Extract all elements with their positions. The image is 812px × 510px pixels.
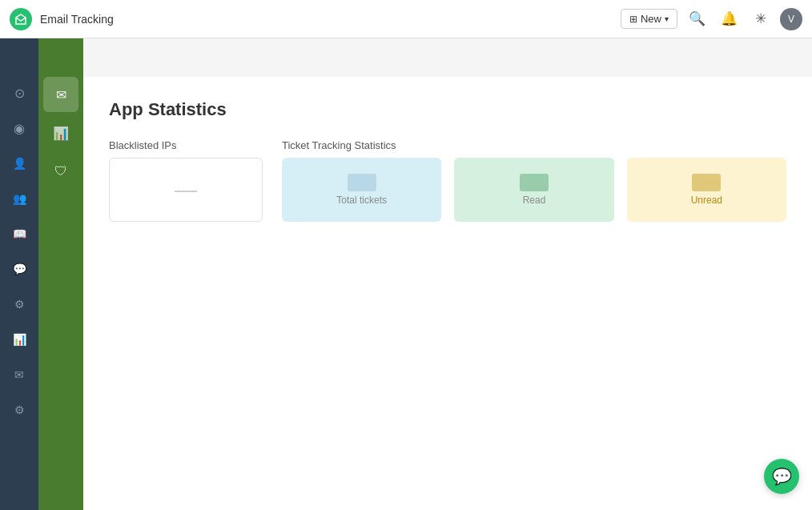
green-shield-icon: 🛡 bbox=[54, 164, 67, 179]
topbar-actions: ⊞ New ▾ 🔍 🔔 ✳ V bbox=[621, 6, 802, 32]
sidebar-item-book[interactable]: 📖 bbox=[3, 218, 35, 250]
stats-row: Blacklisted IPs — Ticket Tracking Statis… bbox=[109, 139, 786, 222]
new-button[interactable]: ⊞ New ▾ bbox=[621, 9, 677, 29]
sidebar-item-contacts[interactable]: ◉ bbox=[3, 112, 35, 144]
sidebar-item-reports[interactable]: 📊 bbox=[3, 323, 35, 355]
sidebar-item-settings[interactable]: ⚙ bbox=[3, 394, 35, 426]
contacts-icon: ◉ bbox=[14, 121, 25, 136]
blacklisted-label: Blacklisted IPs bbox=[109, 139, 263, 151]
main-content: App Statistics Blacklisted IPs — Ticket … bbox=[83, 77, 812, 510]
apps-grid-button[interactable]: ⠿ bbox=[3, 507, 35, 510]
ticket-section: Ticket Tracking Statistics Total tickets… bbox=[282, 139, 786, 222]
green-stats-tab[interactable]: 📊 bbox=[43, 115, 78, 151]
total-tickets-card: Total tickets bbox=[282, 158, 441, 222]
sidebar-item-person[interactable]: 👤 bbox=[3, 147, 35, 179]
search-button[interactable]: 🔍 bbox=[684, 6, 709, 32]
app-logo bbox=[10, 8, 32, 30]
chat-button-icon: 💬 bbox=[772, 467, 792, 486]
sidebar-bottom: ⠿ bbox=[3, 507, 35, 510]
email-sidebar-icon: ✉ bbox=[14, 368, 24, 381]
reports-icon: 📊 bbox=[13, 333, 26, 346]
chat-icon: 💬 bbox=[13, 263, 26, 275]
sidebar-item-integrations[interactable]: ⚙ bbox=[3, 288, 35, 320]
unread-tickets-label: Unread bbox=[691, 195, 722, 206]
integrations-button[interactable]: ✳ bbox=[748, 6, 774, 32]
unread-tickets-value bbox=[692, 174, 721, 191]
blacklisted-value: — bbox=[175, 177, 197, 203]
total-tickets-value bbox=[348, 174, 376, 191]
blacklisted-card: — bbox=[109, 158, 263, 222]
green-email-tab[interactable]: ✉ bbox=[43, 77, 78, 112]
sidebar-item-chat[interactable]: 💬 bbox=[3, 253, 35, 285]
notifications-button[interactable]: 🔔 bbox=[716, 6, 742, 32]
ticket-cards: Total tickets Read Unread bbox=[282, 158, 786, 222]
page-title: App Statistics bbox=[109, 99, 786, 120]
read-tickets-card: Read bbox=[454, 158, 613, 222]
green-stats-icon: 📊 bbox=[53, 126, 69, 141]
total-tickets-label: Total tickets bbox=[336, 195, 387, 206]
app-title: Email Tracking bbox=[40, 13, 114, 26]
read-tickets-value bbox=[520, 174, 549, 191]
sidebar-item-home[interactable]: ⊙ bbox=[3, 77, 35, 109]
person-icon: 👤 bbox=[13, 157, 26, 170]
user-avatar[interactable]: V bbox=[780, 8, 802, 30]
green-shield-tab[interactable]: 🛡 bbox=[43, 154, 78, 189]
sidebar-item-email[interactable]: ✉ bbox=[3, 359, 35, 391]
new-button-label: New bbox=[641, 13, 661, 25]
ticket-section-label: Ticket Tracking Statistics bbox=[282, 139, 786, 151]
sidebar-dark: ⊙ ◉ 👤 👥 📖 💬 ⚙ 📊 ✉ ⚙ ⠿ bbox=[0, 38, 38, 510]
book-icon: 📖 bbox=[13, 227, 26, 240]
read-tickets-label: Read bbox=[523, 195, 546, 206]
green-email-icon: ✉ bbox=[56, 87, 66, 102]
blacklisted-section: Blacklisted IPs — bbox=[109, 139, 263, 222]
new-button-icon: ⊞ bbox=[629, 14, 637, 25]
sidebar-green: ✉ 📊 🛡 bbox=[38, 38, 83, 510]
sidebar-item-people[interactable]: 👥 bbox=[3, 183, 35, 215]
new-dropdown-icon: ▾ bbox=[665, 14, 669, 23]
settings-icon: ⚙ bbox=[14, 404, 25, 416]
avatar-label: V bbox=[788, 14, 794, 25]
integrations-icon: ⚙ bbox=[14, 298, 25, 311]
home-icon: ⊙ bbox=[14, 86, 25, 101]
unread-tickets-card: Unread bbox=[627, 158, 786, 222]
topbar: Email Tracking ⊞ New ▾ 🔍 🔔 ✳ V bbox=[0, 0, 812, 38]
chat-button[interactable]: 💬 bbox=[764, 459, 799, 494]
people-icon: 👥 bbox=[13, 192, 26, 205]
